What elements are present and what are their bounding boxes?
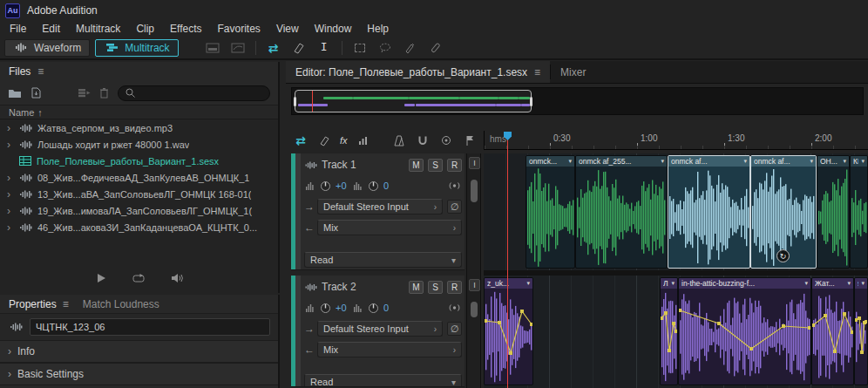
clip-header[interactable]: z_uk...▾ bbox=[485, 278, 532, 289]
output-monitor-icon[interactable] bbox=[446, 178, 462, 194]
input-select[interactable]: Default Stereo Input › bbox=[317, 199, 443, 214]
fx-icon[interactable]: fx bbox=[340, 135, 348, 146]
input-monitor-button[interactable]: I bbox=[469, 279, 480, 291]
record-arm-button[interactable]: R bbox=[447, 281, 462, 294]
clip-dropdown-icon[interactable]: ▾ bbox=[671, 280, 675, 287]
search-input[interactable] bbox=[139, 88, 263, 99]
panel-menu-icon[interactable]: ≡ bbox=[37, 65, 44, 78]
track-grip[interactable] bbox=[295, 276, 301, 386]
add-marker-flag-icon[interactable] bbox=[462, 133, 478, 148]
pan-knob[interactable] bbox=[367, 300, 379, 316]
move-tool-icon[interactable]: ⇄ bbox=[266, 40, 281, 56]
clip-dropdown-icon[interactable]: ▾ bbox=[810, 158, 813, 165]
clip-header[interactable]: КЦ▾ bbox=[851, 156, 867, 167]
audio-clip[interactable]: КЦ▾ bbox=[850, 155, 868, 269]
name-field[interactable] bbox=[30, 318, 270, 336]
track-lane-2[interactable]: z_uk...▾Л...▾in-the-attic-buzzing-f...▾Ж… bbox=[484, 276, 868, 387]
automation-mode-select[interactable]: Read ▾ bbox=[304, 374, 462, 387]
volume-value[interactable]: +0 bbox=[336, 303, 348, 313]
volume-envelope[interactable] bbox=[812, 289, 853, 385]
expander-icon[interactable]: › bbox=[7, 188, 14, 201]
clip-dropdown-icon[interactable]: ▾ bbox=[861, 158, 865, 165]
file-row[interactable]: Поле_Полевые_работы_Вариант_1.sesx bbox=[0, 153, 278, 169]
waveform-view-button[interactable]: Waveform bbox=[4, 39, 90, 57]
audio-clip[interactable]: su...▾ bbox=[854, 277, 868, 385]
clip-dropdown-icon[interactable]: ▾ bbox=[743, 158, 747, 165]
expander-icon[interactable]: › bbox=[7, 205, 14, 217]
audio-clip[interactable]: Л...▾ bbox=[660, 277, 678, 385]
navigator-right-handle[interactable] bbox=[530, 97, 532, 106]
lasso-selection-tool-icon[interactable] bbox=[377, 40, 393, 56]
input-select[interactable]: Default Stereo Input › bbox=[317, 321, 443, 337]
output-select[interactable]: Mix › bbox=[317, 220, 462, 235]
multitrack-view-button[interactable]: Multitrack bbox=[95, 39, 178, 57]
track-scrollbar-thumb[interactable] bbox=[471, 302, 478, 317]
audio-clip[interactable]: onmck...▾ bbox=[526, 155, 575, 269]
panel-menu-icon[interactable]: ≡ bbox=[63, 298, 69, 310]
menu-item-effects[interactable]: Effects bbox=[162, 23, 209, 35]
pan-knob[interactable] bbox=[367, 178, 379, 194]
file-row[interactable]: ›19_Жив...имоваЛА_ЗапСоловьевЛГ_ОНМЦК_1( bbox=[0, 202, 278, 219]
files-panel-header[interactable]: Files ≡ bbox=[0, 62, 278, 81]
tab-editor[interactable]: Editor: Поле_Полевые_работы_Вариант_1.se… bbox=[286, 61, 550, 83]
solo-button[interactable]: S bbox=[428, 159, 443, 172]
razor-tool-icon[interactable] bbox=[291, 40, 307, 56]
clip-header[interactable]: Л...▾ bbox=[661, 278, 677, 289]
delete-file-icon[interactable] bbox=[99, 85, 109, 101]
input-monitor-button[interactable]: I bbox=[469, 157, 480, 169]
clip-body[interactable] bbox=[812, 289, 853, 385]
mute-button[interactable]: M bbox=[409, 281, 424, 294]
polarity-button[interactable]: ∅ bbox=[447, 200, 462, 214]
file-row[interactable]: ›Лошадь ходит и ржет 48000 1.wav bbox=[0, 136, 278, 153]
spectral-pitch-display-icon[interactable] bbox=[230, 40, 246, 56]
mute-button[interactable]: M bbox=[409, 159, 424, 172]
navigator-viewport[interactable] bbox=[295, 90, 532, 112]
pan-value[interactable]: 0 bbox=[383, 303, 396, 313]
file-row[interactable]: ›13_Жив...аВА_ЗапСоловьевЛГ_ОНМЦК 168-01… bbox=[0, 186, 278, 202]
open-file-icon[interactable] bbox=[8, 85, 22, 101]
clip-volume-icon[interactable] bbox=[356, 133, 371, 148]
clip-body[interactable] bbox=[851, 167, 867, 269]
clip-dropdown-icon[interactable]: ▾ bbox=[847, 280, 851, 287]
clip-body[interactable] bbox=[855, 289, 867, 385]
track-scroll-strip[interactable]: I I bbox=[466, 153, 481, 388]
paintbrush-selection-tool-icon[interactable] bbox=[403, 40, 418, 56]
output-monitor-icon[interactable] bbox=[446, 300, 462, 316]
audio-clip[interactable]: in-the-attic-buzzing-f...▾ bbox=[678, 277, 811, 385]
panel-menu-icon[interactable]: ≡ bbox=[534, 66, 540, 78]
clip-header[interactable]: Жат...▾ bbox=[812, 278, 853, 289]
menu-item-multitrack[interactable]: Multitrack bbox=[68, 23, 128, 35]
section-basic-settings[interactable]: › Basic Settings bbox=[0, 363, 278, 385]
clip-dropdown-icon[interactable]: ▾ bbox=[568, 158, 572, 165]
audio-clip[interactable]: ОН...▾ bbox=[817, 155, 850, 269]
track-lane-1[interactable]: ↻ onmck...▾onmck af_255...▾onmck af...▾o… bbox=[484, 153, 868, 270]
output-select[interactable]: Mix › bbox=[317, 342, 462, 357]
menu-item-file[interactable]: File bbox=[2, 23, 34, 35]
expander-icon[interactable]: › bbox=[8, 345, 11, 357]
menu-item-clip[interactable]: Clip bbox=[128, 23, 162, 35]
expander-icon[interactable]: › bbox=[7, 221, 14, 234]
track-scrollbar-thumb[interactable] bbox=[471, 180, 478, 202]
tab-match-loudness[interactable]: Match Loudness bbox=[83, 298, 159, 310]
insert-into-multitrack-icon[interactable] bbox=[78, 85, 91, 101]
expander-icon[interactable]: › bbox=[7, 172, 14, 184]
timeline-ruler[interactable]: hms 0:301:001:302:00 bbox=[484, 131, 868, 150]
import-file-icon[interactable] bbox=[31, 85, 42, 101]
clip-body[interactable] bbox=[526, 167, 574, 269]
clip-header[interactable]: onmck af...▾ bbox=[668, 156, 749, 167]
monitor-input-icon[interactable] bbox=[438, 133, 454, 148]
expander-icon[interactable]: › bbox=[7, 122, 14, 134]
menu-item-favorites[interactable]: Favorites bbox=[210, 23, 268, 35]
audio-clip[interactable]: onmck af_255...▾ bbox=[575, 155, 668, 269]
snap-magnet-icon[interactable] bbox=[415, 133, 431, 148]
file-search-box[interactable] bbox=[118, 85, 270, 101]
menu-item-help[interactable]: Help bbox=[359, 23, 397, 35]
marquee-selection-tool-icon[interactable] bbox=[352, 40, 368, 56]
move-tool-icon[interactable]: ⇄ bbox=[293, 133, 309, 148]
clip-header[interactable]: su...▾ bbox=[855, 278, 867, 289]
razor-tool-icon[interactable] bbox=[316, 133, 332, 148]
audio-clip[interactable]: Жат...▾ bbox=[811, 277, 854, 385]
automation-mode-select[interactable]: Read ▾ bbox=[304, 252, 462, 268]
play-button[interactable] bbox=[93, 270, 109, 286]
clip-header[interactable]: onmck af_255...▾ bbox=[576, 156, 667, 167]
